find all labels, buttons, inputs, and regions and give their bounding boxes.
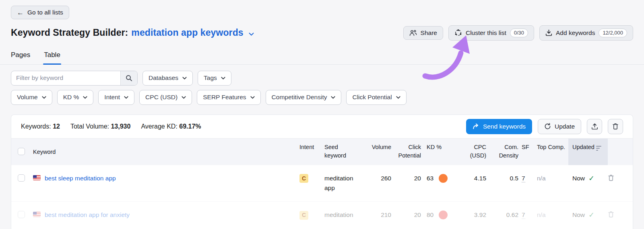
col-updated[interactable]: Updated	[568, 139, 608, 165]
search-button[interactable]	[120, 71, 137, 85]
col-com-density[interactable]: Com. Density	[486, 139, 518, 165]
databases-dropdown[interactable]: Databases	[142, 71, 193, 86]
col-cpc[interactable]: CPC (USD)	[456, 139, 486, 165]
import-icon	[545, 29, 552, 36]
intent-filter-dropdown[interactable]: Intent	[98, 90, 134, 105]
filter-row-primary: Databases Tags	[0, 71, 644, 86]
col-kd[interactable]: KD %	[421, 139, 456, 164]
send-arrow-icon	[473, 123, 479, 129]
volume-filter-label: Volume	[17, 94, 38, 101]
send-keywords-label: Send keywords	[483, 123, 526, 130]
col-updated-label: Updated	[572, 143, 594, 151]
intent-commercial-badge[interactable]: C	[299, 174, 308, 183]
keyword-link[interactable]: best sleep meditation app	[45, 174, 116, 183]
volume-cell: 210	[360, 202, 391, 228]
tab-table[interactable]: Table	[44, 51, 60, 64]
competitive-density-filter-label: Competitive Density	[272, 94, 327, 101]
tags-dropdown[interactable]: Tags	[198, 71, 231, 86]
update-button[interactable]: Update	[538, 119, 581, 134]
stats-bar: Keywords: 12 Total Volume: 13,930 Averag…	[11, 115, 633, 138]
kd-value: 80	[427, 210, 433, 220]
top-comp-cell: n/a	[537, 165, 568, 192]
cpc-cell: 3.92	[456, 202, 486, 228]
add-keywords-button[interactable]: Add keywords 12/2,000	[539, 25, 633, 41]
total-volume-label: Total Volume:	[70, 123, 109, 130]
keywords-count: Keywords: 12	[21, 123, 60, 130]
row-trash-icon[interactable]	[608, 174, 614, 181]
sf-value[interactable]: 7	[522, 175, 525, 182]
list-name-dropdown[interactable]: meditation app keywords	[131, 27, 243, 38]
row-actions-cell	[608, 202, 633, 229]
competitive-density-filter-dropdown[interactable]: Competitive Density	[266, 90, 342, 105]
kd-value: 63	[427, 174, 433, 183]
total-volume: Total Volume: 13,930	[70, 123, 130, 130]
click-potential-filter-dropdown[interactable]: Click Potential	[346, 90, 406, 105]
click-potential-filter-label: Click Potential	[352, 94, 392, 101]
cluster-label: Cluster this list	[466, 29, 506, 37]
volume-cell: 260	[360, 165, 391, 192]
col-seed-keyword[interactable]: Seed keyword	[324, 139, 360, 165]
col-top-comp[interactable]: Top Comp.	[537, 139, 568, 164]
intent-cell: C	[299, 165, 324, 192]
export-button[interactable]	[587, 119, 602, 134]
page-title-prefix: Keyword Strategy Builder:	[11, 27, 128, 38]
cluster-counter-badge: 0/30	[510, 29, 528, 37]
row-trash-icon[interactable]	[608, 211, 614, 218]
check-icon: ✓	[588, 211, 594, 219]
back-row: ← Go to all lists	[0, 0, 644, 19]
add-keywords-counter-badge: 12/2,000	[599, 29, 627, 37]
us-flag-icon	[33, 175, 41, 180]
cpc-filter-label: CPC (USD)	[145, 94, 178, 101]
title-actions: Share Cluster this list 0/30 Add keyword…	[403, 25, 633, 41]
top-comp-cell: n/a	[537, 202, 568, 228]
serp-features-filter-label: SERP Features	[203, 94, 246, 101]
share-label: Share	[421, 29, 437, 37]
cluster-icon	[454, 29, 462, 37]
select-all-cell	[11, 139, 33, 164]
row-checkbox[interactable]	[18, 174, 25, 182]
cluster-this-list-button[interactable]: Cluster this list 0/30	[448, 25, 534, 41]
average-kd: Average KD: 69.17%	[141, 123, 201, 130]
col-click-potential[interactable]: Click Potential	[391, 139, 421, 165]
serp-features-filter-dropdown[interactable]: SERP Features	[197, 90, 260, 105]
cpc-filter-dropdown[interactable]: CPC (USD)	[139, 90, 192, 105]
col-volume[interactable]: Volume	[360, 139, 391, 164]
keyword-link[interactable]: best meditation app for anxiety	[45, 210, 130, 220]
keywords-table-card: Keywords: 12 Total Volume: 13,930 Averag…	[11, 115, 633, 229]
row-checkbox[interactable]	[18, 211, 25, 218]
kd-difficulty-dot	[439, 174, 448, 183]
keyword-filter-input[interactable]	[11, 71, 120, 85]
add-keywords-label: Add keywords	[556, 29, 595, 37]
table-header-row: Keyword Intent Seed keyword Volume Click…	[11, 138, 633, 165]
click-potential-cell: 20	[391, 165, 421, 192]
col-intent[interactable]: Intent	[299, 139, 324, 164]
average-kd-value: 69.17%	[179, 123, 201, 130]
delete-list-button[interactable]	[608, 119, 623, 134]
check-icon: ✓	[588, 175, 594, 182]
volume-filter-dropdown[interactable]: Volume	[11, 90, 52, 105]
col-keyword[interactable]: Keyword	[33, 139, 299, 164]
sort-descending-icon	[596, 146, 601, 151]
update-label: Update	[555, 123, 575, 130]
col-sf[interactable]: SF	[518, 139, 537, 164]
intent-commercial-badge[interactable]: C	[299, 211, 308, 220]
kd-cell: 63	[421, 165, 456, 192]
updated-value: Now	[572, 174, 585, 183]
tab-pages[interactable]: Pages	[11, 51, 30, 64]
chevron-down-icon	[182, 77, 187, 80]
keyword-cell: best meditation app for anxiety	[33, 202, 299, 228]
go-to-all-lists-button[interactable]: ← Go to all lists	[11, 6, 69, 19]
chevron-down-icon[interactable]	[249, 33, 254, 36]
sf-cell: 7	[518, 165, 537, 192]
kd-filter-dropdown[interactable]: KD %	[57, 90, 94, 105]
updated-value: Now	[572, 210, 585, 220]
stats-actions: Send keywords Update	[466, 119, 623, 134]
share-button[interactable]: Share	[403, 26, 443, 40]
back-arrow-icon: ←	[17, 9, 24, 16]
send-keywords-button[interactable]: Send keywords	[466, 119, 532, 134]
sf-value[interactable]: 7	[522, 211, 525, 219]
select-all-checkbox[interactable]	[18, 148, 25, 155]
kd-difficulty-dot	[439, 211, 448, 219]
kd-cell: 80	[421, 202, 456, 228]
intent-filter-label: Intent	[104, 94, 120, 101]
